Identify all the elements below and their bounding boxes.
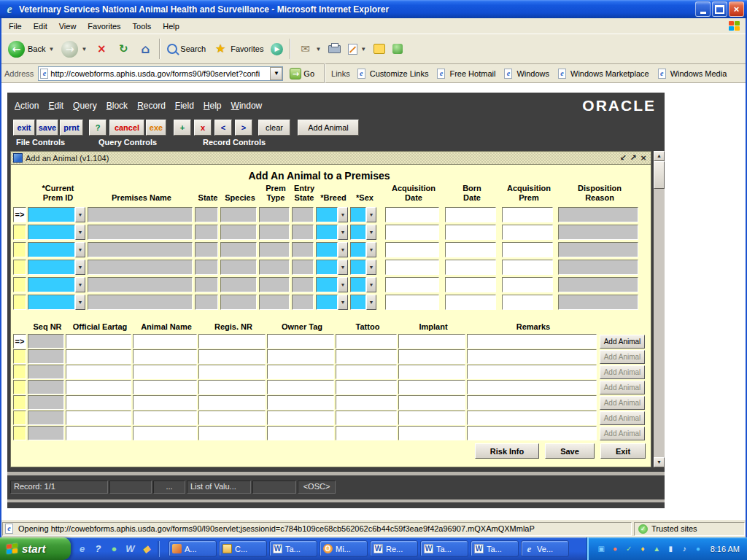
scroll-up-button[interactable]: ▲ — [654, 151, 665, 161]
record-indicator[interactable] — [13, 411, 26, 425]
link-windows[interactable]: eWindows — [500, 69, 554, 79]
tray-icon-3[interactable]: ✓ — [624, 543, 635, 554]
record-indicator[interactable] — [13, 225, 26, 240]
record-indicator[interactable]: => — [13, 207, 26, 222]
taskbar-button[interactable]: WTa... — [420, 540, 468, 557]
breed-lov-button[interactable]: ▼ — [338, 295, 348, 310]
breed-lov-button[interactable]: ▼ — [338, 277, 348, 292]
implant-field[interactable] — [398, 380, 465, 394]
exit-button[interactable]: exit — [13, 120, 35, 136]
tattoo-field[interactable] — [336, 365, 397, 379]
current-prem-id-lov-button[interactable]: ▼ — [75, 207, 85, 222]
current-prem-id-field[interactable] — [28, 242, 75, 257]
official-eartag-field[interactable] — [66, 334, 131, 349]
clear-button[interactable]: clear — [258, 120, 290, 136]
next-record-button[interactable]: > — [235, 120, 252, 136]
scroll-down-button[interactable]: ▼ — [654, 457, 665, 467]
owner-tag-field[interactable] — [267, 411, 334, 425]
current-prem-id-field[interactable] — [28, 207, 75, 222]
quick-launch-internet-explorer[interactable]: e — [76, 542, 88, 555]
menu-favorites[interactable]: Favorites — [82, 20, 126, 32]
breed-lov-button[interactable]: ▼ — [338, 207, 348, 222]
media-button[interactable]: ▶ — [267, 42, 287, 57]
breed-field[interactable] — [316, 295, 338, 310]
current-prem-id-field[interactable] — [28, 295, 75, 310]
remarks-field[interactable] — [467, 334, 597, 349]
breed-lov-button[interactable]: ▼ — [338, 242, 348, 257]
maximize-button[interactable] — [712, 1, 727, 17]
tattoo-field[interactable] — [336, 334, 397, 349]
print-button[interactable]: prnt — [60, 120, 83, 136]
save-button[interactable]: save — [36, 120, 58, 136]
implant-field[interactable] — [398, 334, 465, 349]
animal-name-field[interactable] — [133, 380, 197, 394]
taskbar-button[interactable]: eVe... — [521, 540, 569, 557]
discuss-button[interactable] — [370, 42, 389, 55]
help-button[interactable]: ? — [89, 120, 107, 136]
current-prem-id-lov-button[interactable]: ▼ — [75, 225, 85, 240]
record-indicator[interactable]: => — [13, 334, 26, 349]
animal-name-field[interactable] — [133, 426, 197, 440]
record-indicator[interactable] — [13, 295, 26, 310]
record-indicator[interactable] — [13, 242, 26, 257]
tattoo-field[interactable] — [336, 395, 397, 410]
sex-lov-button[interactable]: ▼ — [366, 295, 376, 310]
menu-help[interactable]: Help — [157, 20, 185, 32]
born-date-field[interactable] — [445, 225, 496, 240]
forward-button[interactable]: → ▼ — [58, 39, 90, 59]
oracle-menu-edit[interactable]: Edit — [48, 101, 63, 111]
breed-field[interactable] — [316, 225, 338, 240]
breed-field[interactable] — [316, 207, 338, 222]
window-minimize-button[interactable]: ↙ — [618, 153, 628, 163]
implant-field[interactable] — [398, 365, 465, 379]
acquisition-date-field[interactable] — [385, 225, 439, 240]
tray-icon-5[interactable]: ▲ — [651, 543, 662, 554]
minimize-button[interactable] — [695, 1, 711, 17]
record-indicator[interactable] — [13, 380, 26, 394]
menu-edit[interactable]: Edit — [28, 20, 53, 32]
remarks-field[interactable] — [467, 380, 597, 394]
breed-field[interactable] — [316, 277, 338, 292]
oracle-menu-action[interactable]: Action — [15, 101, 39, 111]
regis-nr-field[interactable] — [198, 426, 266, 440]
tray-icon-2[interactable]: ● — [610, 543, 621, 554]
sex-field[interactable] — [350, 277, 366, 292]
tray-icon-6[interactable]: ▮ — [665, 543, 676, 554]
record-indicator[interactable] — [13, 260, 26, 275]
breed-field[interactable] — [316, 260, 338, 275]
window-close-button[interactable]: × — [638, 153, 649, 163]
owner-tag-field[interactable] — [267, 365, 334, 379]
breed-lov-button[interactable]: ▼ — [338, 225, 348, 240]
animal-name-field[interactable] — [133, 349, 197, 364]
remarks-field[interactable] — [467, 426, 597, 440]
current-prem-id-lov-button[interactable]: ▼ — [75, 260, 85, 275]
animal-name-field[interactable] — [133, 395, 197, 410]
sex-lov-button[interactable]: ▼ — [366, 260, 376, 275]
stop-button[interactable]: × — [90, 40, 112, 58]
delete-record-button[interactable]: x — [194, 120, 212, 136]
scroll-thumb[interactable] — [654, 161, 665, 189]
acquisition-date-field[interactable] — [385, 295, 439, 310]
regis-nr-field[interactable] — [198, 365, 266, 379]
animal-name-field[interactable] — [133, 334, 197, 349]
insert-record-button[interactable]: + — [174, 120, 191, 136]
owner-tag-field[interactable] — [267, 334, 334, 349]
current-prem-id-lov-button[interactable]: ▼ — [75, 295, 85, 310]
current-prem-id-field[interactable] — [28, 260, 75, 275]
born-date-field[interactable] — [445, 295, 496, 310]
save-form-button[interactable]: Save — [545, 443, 595, 459]
add-animal-button[interactable]: Add Animal — [298, 120, 359, 136]
home-button[interactable]: ⌂ — [134, 40, 156, 58]
implant-field[interactable] — [398, 395, 465, 410]
taskbar-button[interactable]: OMi... — [320, 540, 368, 557]
remarks-field[interactable] — [467, 411, 597, 425]
current-prem-id-lov-button[interactable]: ▼ — [75, 277, 85, 292]
acquisition-prem-field[interactable] — [502, 242, 553, 257]
official-eartag-field[interactable] — [66, 349, 131, 364]
window-restore-button[interactable]: ↗ — [628, 153, 638, 163]
menu-tools[interactable]: Tools — [127, 20, 158, 32]
oracle-menu-field[interactable]: Field — [175, 101, 194, 111]
implant-field[interactable] — [398, 349, 465, 364]
search-button[interactable]: Search — [163, 42, 209, 55]
regis-nr-field[interactable] — [198, 395, 266, 410]
